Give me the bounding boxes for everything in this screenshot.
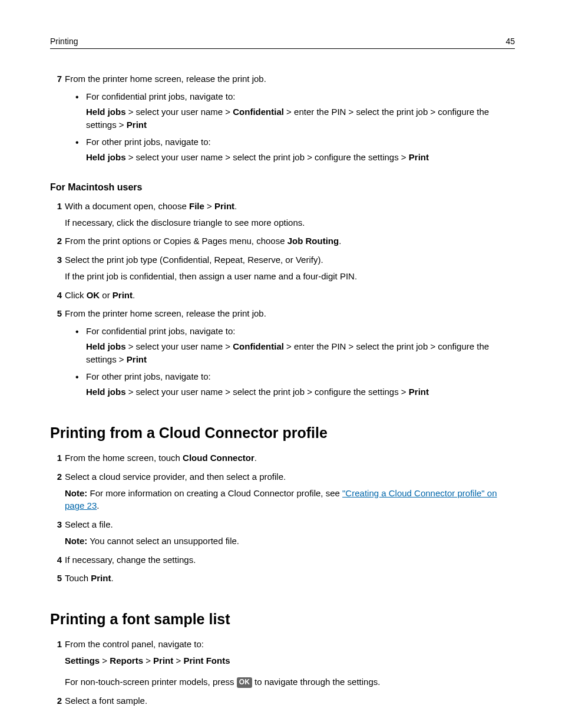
cloud-step-5: 5 Touch Print.: [50, 572, 515, 585]
cloud-step-2: 2 Select a cloud service provider, and t…: [50, 470, 515, 512]
path-print: Print: [127, 120, 147, 130]
note: Note: For more information on creating a…: [65, 487, 515, 513]
mac-heading: For Macintosh users: [50, 180, 515, 194]
continued-steps: 7 From the printer home screen, release …: [50, 73, 515, 164]
bullet-confidential: For confidential print jobs, navigate to…: [75, 325, 515, 365]
nav-path: Held jobs > select your user name > sele…: [86, 151, 515, 164]
mac-step-4: 4 Click OK or Print.: [50, 289, 515, 302]
sub-bullets: For confidential print jobs, navigate to…: [75, 90, 515, 164]
step-number: 1: [50, 638, 62, 651]
cloud-step-3: 3 Select a file. Note: You cannot select…: [50, 518, 515, 548]
mac-step-1: 1 With a document open, choose File > Pr…: [50, 200, 515, 229]
bullet-intro: For other print jobs, navigate to:: [86, 137, 211, 147]
step-number: 5: [50, 307, 62, 320]
nav-path: Held jobs > select your user name > Conf…: [86, 340, 515, 366]
step-number: 3: [50, 253, 62, 266]
font-steps: 1 From the control panel, navigate to: S…: [50, 638, 515, 707]
cloud-step-1: 1 From the home screen, touch Cloud Conn…: [50, 452, 515, 465]
bullet-other: For other print jobs, navigate to: Held …: [75, 136, 515, 164]
bullet-confidential: For confidential print jobs, navigate to…: [75, 90, 515, 131]
font-step-1: 1 From the control panel, navigate to: S…: [50, 638, 515, 688]
mac-step-2: 2 From the print options or Copies & Pag…: [50, 235, 515, 248]
bullet-intro: For confidential print jobs, navigate to…: [86, 91, 235, 101]
mac-step-3: 3 Select the print job type (Confidentia…: [50, 253, 515, 283]
step-7: 7 From the printer home screen, release …: [50, 73, 515, 164]
cloud-step-4: 4 If necessary, change the settings.: [50, 554, 515, 566]
step-number: 3: [50, 518, 62, 531]
cloud-steps: 1 From the home screen, touch Cloud Conn…: [50, 452, 515, 585]
path-confidential: Confidential: [233, 107, 284, 117]
step-number: 2: [50, 235, 62, 248]
bullet-other: For other print jobs, navigate to: Held …: [75, 370, 515, 398]
step-number: 2: [50, 694, 62, 707]
page-header: Printing 45: [50, 35, 515, 49]
step-number: 5: [50, 572, 62, 585]
mac-step-5: 5 From the printer home screen, release …: [50, 307, 515, 398]
path-print: Print: [409, 152, 429, 162]
nav-path: Held jobs > select your user name > Conf…: [86, 106, 515, 131]
header-section: Printing: [50, 35, 78, 47]
note-label: Note:: [65, 488, 87, 498]
non-touch-note: For non-touch-screen printer models, pre…: [65, 676, 515, 689]
step-number: 7: [50, 73, 62, 85]
nav-path: Held jobs > select your user name > sele…: [86, 386, 515, 398]
ok-button-icon: OK: [237, 677, 252, 687]
step-number: 1: [50, 452, 62, 465]
step-number: 1: [50, 200, 62, 213]
step-number: 4: [50, 289, 62, 302]
path-held-jobs: Held jobs: [86, 107, 126, 117]
note-label: Note:: [65, 536, 87, 546]
note: Note: You cannot select an unsupported f…: [65, 535, 515, 548]
font-step-2: 2 Select a font sample.: [50, 694, 515, 707]
cloud-heading: Printing from a Cloud Connector profile: [50, 422, 515, 443]
header-page-number: 45: [505, 35, 515, 47]
step-note: If necessary, click the disclosure trian…: [65, 216, 515, 229]
font-heading: Printing a font sample list: [50, 608, 515, 630]
mac-steps: 1 With a document open, choose File > Pr…: [50, 200, 515, 398]
step-text: From the printer home screen, release th…: [65, 74, 266, 84]
nav-path: Settings > Reports > Print > Print Fonts: [65, 654, 515, 667]
sub-bullets: For confidential print jobs, navigate to…: [75, 325, 515, 398]
step-number: 2: [50, 470, 62, 483]
step-note: If the print job is confidential, then a…: [65, 270, 515, 283]
path-held-jobs: Held jobs: [86, 152, 126, 162]
step-number: 4: [50, 554, 62, 566]
